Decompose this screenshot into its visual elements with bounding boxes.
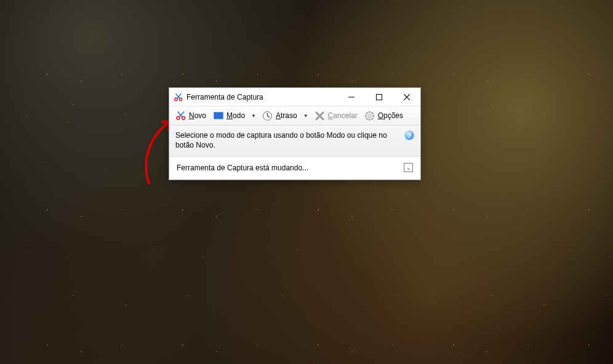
- delay-label: Atraso: [276, 111, 297, 120]
- svg-rect-3: [376, 94, 382, 100]
- minimize-button[interactable]: [337, 88, 365, 106]
- options-label: Opções: [378, 111, 403, 120]
- clock-icon: [262, 110, 273, 121]
- new-label: Novo: [189, 111, 206, 120]
- window-title: Ferramenta de Captura: [184, 93, 337, 101]
- options-button[interactable]: Opções: [362, 109, 406, 122]
- app-scissors-icon: [173, 92, 184, 103]
- mode-button[interactable]: Modo: [210, 109, 247, 122]
- toolbar: Novo Novo Modo ▼ Atraso ▼: [169, 106, 420, 125]
- new-button[interactable]: Novo Novo: [173, 109, 209, 122]
- desktop-wallpaper: [0, 0, 613, 364]
- info-bar: Selecione o modo de captura usando o bot…: [169, 125, 420, 157]
- window-controls: [337, 88, 420, 106]
- x-icon: [315, 110, 326, 121]
- status-bar: Ferramenta de Captura está mudando... ⌄: [169, 157, 420, 180]
- expand-button[interactable]: ⌄: [404, 163, 413, 172]
- snipping-tool-window: Ferramenta de Captura Novo Novo: [169, 87, 421, 180]
- gear-icon: [364, 110, 375, 121]
- mode-label: Modo: [226, 111, 245, 120]
- svg-point-19: [368, 114, 371, 117]
- rectangle-icon: [213, 110, 224, 121]
- svg-point-4: [177, 117, 180, 120]
- delay-button[interactable]: Atraso: [260, 109, 300, 122]
- svg-rect-6: [214, 112, 223, 119]
- mode-dropdown-caret[interactable]: ▼: [249, 113, 258, 119]
- delay-dropdown-caret[interactable]: ▼: [302, 113, 310, 119]
- svg-point-0: [175, 98, 177, 100]
- status-message: Ferramenta de Captura está mudando...: [177, 164, 404, 172]
- close-button[interactable]: [393, 88, 420, 106]
- titlebar[interactable]: Ferramenta de Captura: [169, 88, 420, 106]
- chevron-down-icon: ⌄: [406, 165, 411, 171]
- maximize-button[interactable]: [365, 88, 393, 106]
- svg-point-5: [182, 117, 185, 120]
- info-message: Selecione o modo de captura usando o bot…: [175, 130, 399, 150]
- cancel-label: Cancelar: [328, 111, 358, 120]
- cancel-button: Cancelar: [312, 109, 360, 122]
- scissors-icon: [175, 110, 186, 121]
- help-icon[interactable]: ?: [404, 130, 414, 140]
